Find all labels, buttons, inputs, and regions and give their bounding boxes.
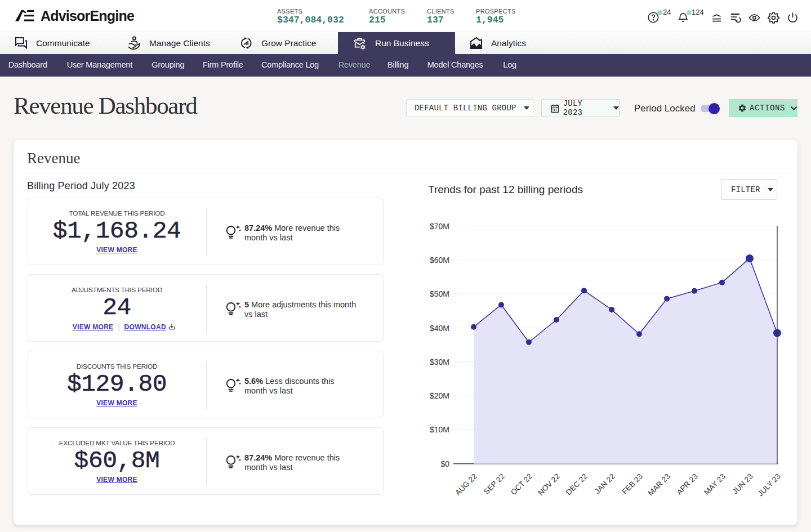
svg-text:OCT 22: OCT 22 [509, 472, 534, 497]
svg-text:$70M: $70M [430, 222, 449, 231]
svg-text:$30M: $30M [430, 357, 449, 366]
svg-text:JUN 23: JUN 23 [730, 472, 754, 495]
svg-text:NOV 22: NOV 22 [536, 472, 562, 497]
svg-text:APR 23: APR 23 [675, 472, 699, 497]
svg-text:SEP 22: SEP 22 [482, 472, 506, 496]
svg-text:JULY 23: JULY 23 [756, 472, 782, 498]
svg-text:$0: $0 [440, 459, 449, 468]
svg-text:$20M: $20M [430, 391, 449, 400]
svg-text:JAN 22: JAN 22 [593, 472, 617, 495]
svg-text:AUG 22: AUG 22 [453, 472, 479, 497]
svg-text:MAR 23: MAR 23 [647, 472, 672, 497]
svg-text:$10M: $10M [430, 425, 449, 434]
svg-text:FEB 23: FEB 23 [620, 472, 644, 495]
svg-text:$50M: $50M [430, 289, 449, 298]
svg-text:MAY 23: MAY 23 [702, 472, 727, 497]
svg-text:DEC 22: DEC 22 [564, 472, 589, 497]
svg-text:$60M: $60M [430, 256, 449, 265]
svg-text:$40M: $40M [430, 324, 449, 333]
